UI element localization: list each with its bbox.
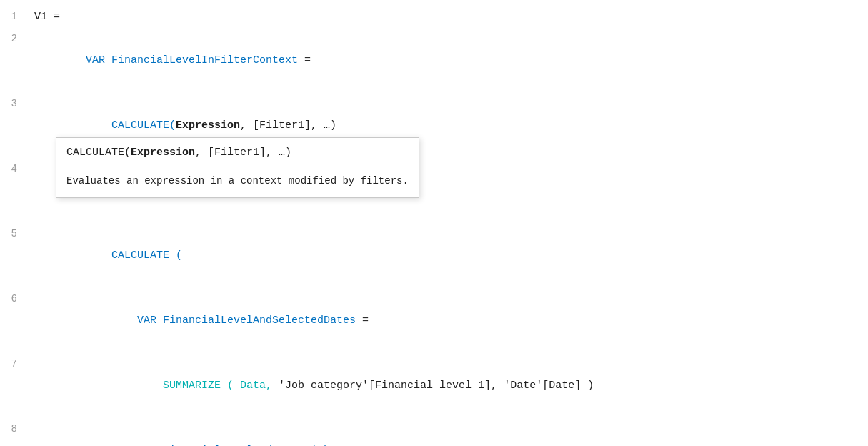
- line-content-6: VAR FinancialLevelAndSelectedDates =: [29, 289, 868, 353]
- token-eq6: =: [356, 314, 369, 327]
- code-line-8: 8 VAR FinancialLevelAndDatesWithRevenue …: [0, 418, 868, 446]
- tooltip-sig-bold: Expression: [131, 147, 195, 159]
- token-filters: , [Filter1], …): [240, 119, 336, 132]
- code-line-1: 1 V1 =: [0, 6, 868, 28]
- tooltip-description: Evaluates an expression in a context mod…: [66, 167, 409, 192]
- line-content-5: CALCULATE (: [29, 224, 868, 288]
- token-varname6: FinancialLevelAndSelectedDates: [163, 314, 356, 327]
- token-var-name: FinancialLevelInFilterContext: [111, 54, 298, 66]
- line-num-1: 1: [0, 6, 29, 27]
- token-calculate-kw: CALCULATE(: [86, 119, 176, 132]
- line-num-2: 2: [0, 28, 29, 49]
- token-jobcat: 'Job category'[Financial level 1],: [279, 380, 504, 392]
- line-content-8: VAR FinancialLevelAndDatesWithRevenue =: [29, 419, 868, 446]
- line-num-5: 5: [0, 223, 29, 244]
- code-line-7: 7 SUMMARIZE ( Data, 'Job category'[Finan…: [0, 353, 868, 418]
- editor-container: 1 V1 = 2 VAR FinancialLevelInFilterConte…: [0, 0, 868, 446]
- token-var6: VAR: [86, 314, 163, 327]
- token-eq: =: [298, 54, 311, 66]
- line-num-6: 6: [0, 288, 29, 309]
- code-line-6: 6 VAR FinancialLevelAndSelectedDates =: [0, 288, 868, 353]
- line-num-3: 3: [0, 93, 29, 114]
- code-area[interactable]: 1 V1 = 2 VAR FinancialLevelInFilterConte…: [0, 0, 868, 446]
- token-var-kw: VAR: [86, 54, 111, 66]
- token-date7: 'Date'[Date] ): [504, 380, 594, 392]
- code-line-2: 2 VAR FinancialLevelInFilterContext =: [0, 28, 868, 93]
- tooltip-signature: CALCULATE(Expression, [Filter1], …): [66, 142, 409, 164]
- line-num-7: 7: [0, 353, 29, 375]
- code-line-5: 5 CALCULATE (: [0, 223, 868, 288]
- line-content-2: VAR FinancialLevelInFilterContext =: [29, 29, 868, 93]
- code-line-3: 3 CALCULATE(Expression, [Filter1], …) CA…: [0, 93, 868, 158]
- token-summarize: SUMMARIZE ( Data,: [86, 380, 279, 392]
- autocomplete-tooltip: CALCULATE(Expression, [Filter1], …) Eval…: [56, 137, 419, 198]
- token-expression: Expression: [176, 119, 240, 132]
- line-content-7: SUMMARIZE ( Data, 'Job category'[Financi…: [29, 354, 868, 418]
- line-content-1: V1 =: [29, 6, 868, 28]
- line-num-8: 8: [0, 418, 29, 440]
- line-num-4: 4: [0, 158, 29, 179]
- token-calc5: CALCULATE (: [86, 249, 182, 262]
